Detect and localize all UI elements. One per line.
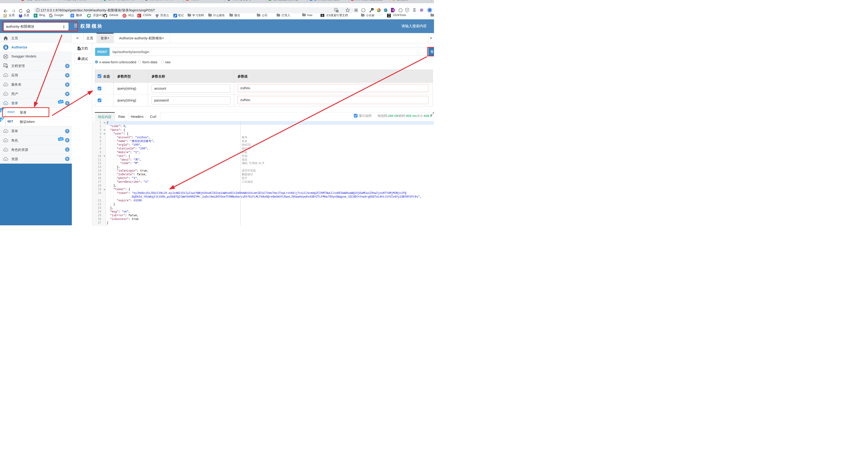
svg-text:ES: ES xyxy=(321,15,323,16)
svg-text:API: API xyxy=(4,140,7,141)
svg-text:API: API xyxy=(4,75,7,76)
svg-text:API: API xyxy=(4,84,7,86)
svg-text:API: API xyxy=(4,149,7,150)
svg-text:du: du xyxy=(20,16,21,18)
svg-text:API: API xyxy=(4,93,7,95)
svg-text:API: API xyxy=(4,131,7,132)
svg-text:API: API xyxy=(4,158,7,160)
svg-text:文: 文 xyxy=(336,10,338,12)
svg-text:英: 英 xyxy=(372,8,373,10)
svg-text:{..}: {..} xyxy=(363,9,365,11)
svg-text:API: API xyxy=(4,103,7,104)
